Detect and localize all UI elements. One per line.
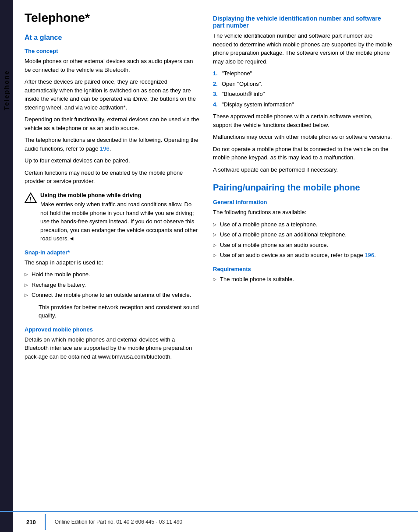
sidebar: Telephone — [0, 0, 16, 532]
requirements-heading: Requirements — [213, 266, 393, 272]
the-concept-heading: The concept — [25, 48, 200, 54]
general-item-4: Use of an audio device as an audio sourc… — [213, 251, 393, 260]
concept-para-1: Mobile phones or other external devices … — [25, 57, 200, 74]
general-item-1: Use of a mobile phone as a telephone. — [213, 220, 393, 229]
approved-phones-text: Details on which mobile phones and exter… — [25, 335, 200, 361]
warning-body: Make entries only when traffic and road … — [40, 201, 198, 242]
concept-para-3: Depending on their functionality, extern… — [25, 115, 200, 132]
page-number: 210 — [26, 519, 36, 525]
vehicle-id-para: The vehicle identification number and so… — [213, 32, 393, 66]
general-info-intro: The following functions are available: — [213, 208, 393, 217]
right-column: Displaying the vehicle identification nu… — [209, 9, 393, 364]
concept-para-4: The telephone functions are described in… — [25, 136, 200, 153]
snap-in-list: Hold the mobile phone. Recharge the batt… — [25, 270, 200, 299]
after-steps-2: Malfunctions may occur with other mobile… — [213, 133, 393, 141]
general-item-3: Use of a mobile phone as an audio source… — [213, 241, 393, 250]
general-info-heading: General information — [213, 199, 393, 205]
after-steps-1: These approved mobile phones with a cert… — [213, 112, 393, 129]
page-ref-196-2[interactable]: 196 — [365, 252, 374, 258]
page-ref-196-1[interactable]: 196 — [100, 145, 110, 152]
after-steps-3: Do not operate a mobile phone that is co… — [213, 145, 393, 162]
snap-in-item-3: Connect the mobile phone to an outside a… — [25, 291, 200, 299]
concept-para-6: Certain functions may need to be enabled… — [25, 169, 200, 186]
snap-in-intro: The snap-in adapter is used to: — [25, 258, 200, 267]
pairing-heading: Pairing/unpairing the mobile phone — [213, 183, 393, 193]
after-steps-4: A software update can be performed if ne… — [213, 166, 393, 174]
sidebar-label: Telephone — [3, 70, 10, 110]
general-item-2: Use of a mobile phone as an additional t… — [213, 230, 393, 239]
step-4: 4."Display system information" — [213, 100, 393, 109]
left-column: Telephone* At a glance The concept Mobil… — [25, 9, 209, 364]
step-1: 1."Telephone" — [213, 69, 393, 78]
approved-phones-heading: Approved mobile phones — [25, 326, 200, 333]
svg-text:!: ! — [30, 196, 32, 203]
step-2: 2.Open "Options". — [213, 80, 393, 88]
requirements-item-1: The mobile phone is suitable. — [213, 275, 393, 284]
footer: 210 Online Edition for Part no. 01 40 2 … — [0, 511, 418, 532]
snap-in-item-1: Hold the mobile phone. — [25, 270, 200, 279]
footer-text: Online Edition for Part no. 01 40 2 606 … — [55, 519, 183, 525]
main-content: Telephone* At a glance The concept Mobil… — [16, 0, 418, 373]
concept-para-5: Up to four external devices can be paire… — [25, 156, 200, 165]
snap-in-sub-note: This provides for better network recepti… — [25, 303, 200, 320]
step-3: 3."Bluetooth® info" — [213, 90, 393, 99]
snap-in-heading: Snap-in adapter* — [25, 249, 200, 256]
concept-para-2: After these devices are paired once, the… — [25, 78, 200, 112]
warning-box: ! Using the mobile phone while driving M… — [25, 191, 200, 243]
steps-list: 1."Telephone" 2.Open "Options". 3."Bluet… — [213, 69, 393, 109]
at-a-glance-heading: At a glance — [25, 34, 200, 42]
page-title: Telephone* — [25, 11, 200, 25]
snap-in-item-2: Recharge the battery. — [25, 281, 200, 289]
footer-divider — [45, 514, 46, 530]
requirements-list: The mobile phone is suitable. — [213, 275, 393, 284]
warning-title: Using the mobile phone while driving — [40, 191, 200, 200]
vehicle-id-heading: Displaying the vehicle identification nu… — [213, 15, 393, 29]
warning-text: Using the mobile phone while driving Mak… — [40, 191, 200, 243]
warning-icon: ! — [25, 192, 37, 204]
general-info-list: Use of a mobile phone as a telephone. Us… — [213, 220, 393, 260]
